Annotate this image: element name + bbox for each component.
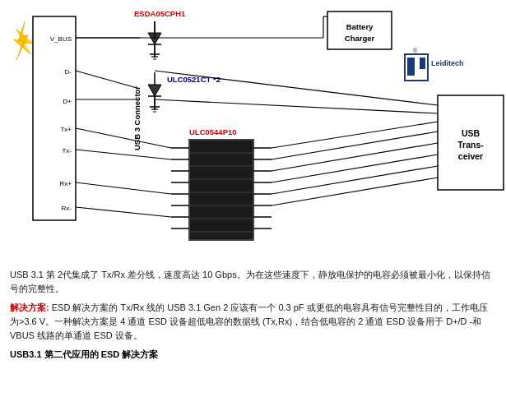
svg-line-62 xyxy=(272,155,438,182)
svg-text:USB: USB xyxy=(462,128,480,138)
diagram-svg: ⚡ USB 3 Connector V_BUS D- D+ Tx+ Tx- Rx… xyxy=(7,7,499,261)
svg-line-61 xyxy=(272,143,438,171)
paragraph-2: 解决方案: ESD 解决方案的 Tx/Rx 线的 USB 3.1 Gen 2 应… xyxy=(10,301,496,343)
svg-rect-30 xyxy=(189,140,253,240)
svg-text:ULC0521CT *2: ULC0521CT *2 xyxy=(167,75,221,84)
svg-line-12 xyxy=(76,71,140,89)
svg-text:®: ® xyxy=(413,48,418,53)
svg-text:Rx-: Rx- xyxy=(62,205,72,212)
svg-text:Tx+: Tx+ xyxy=(60,126,72,133)
paragraph-1: USB 3.1 第 2代集成了 Tx/Rx 差分线，速度高达 10 Gbps。为… xyxy=(10,268,496,296)
para2-text: ESD 解决方案的 Tx/Rx 线的 USB 3.1 Gen 2 应该有一个 0… xyxy=(10,302,488,340)
text-content: USB 3.1 第 2代集成了 Tx/Rx 差分线，速度高达 10 Gbps。为… xyxy=(7,261,499,370)
svg-line-76 xyxy=(155,99,438,113)
paragraph-3: USB3.1 第二代应用的 ESD 解决方案 xyxy=(10,348,496,362)
para3-text: USB3.1 第二代应用的 ESD 解决方案 xyxy=(10,349,158,359)
para2-prefix: 解决方案: xyxy=(10,302,49,312)
svg-rect-2 xyxy=(33,16,76,220)
diagram-area: ⚡ USB 3 Connector V_BUS D- D+ Tx+ Tx- Rx… xyxy=(7,7,499,261)
svg-text:Charger: Charger xyxy=(345,34,375,43)
svg-marker-23 xyxy=(148,85,161,96)
svg-text:Leiditech: Leiditech xyxy=(431,59,464,67)
svg-text:ceiver: ceiver xyxy=(458,151,483,161)
svg-line-63 xyxy=(272,166,438,194)
svg-rect-79 xyxy=(407,58,415,76)
svg-text:D-: D- xyxy=(65,68,72,76)
svg-line-60 xyxy=(272,132,438,159)
para1-text: USB 3.1 第 2代集成了 Tx/Rx 差分线，速度高达 10 Gbps。为… xyxy=(10,270,490,293)
svg-text:Battery: Battery xyxy=(346,22,374,31)
svg-text:Trans-: Trans- xyxy=(457,140,484,150)
svg-line-77 xyxy=(155,71,438,105)
svg-text:ULC0544P10: ULC0544P10 xyxy=(189,127,237,136)
svg-text:D+: D+ xyxy=(63,98,72,105)
svg-text:ESDA05CPH1: ESDA05CPH1 xyxy=(134,9,186,18)
svg-rect-80 xyxy=(420,58,425,69)
svg-line-56 xyxy=(76,150,171,159)
svg-line-57 xyxy=(76,182,171,194)
svg-line-58 xyxy=(76,207,171,217)
svg-line-59 xyxy=(272,122,438,148)
svg-text:Rx+: Rx+ xyxy=(60,180,72,187)
svg-line-55 xyxy=(76,128,171,148)
svg-text:Tx-: Tx- xyxy=(62,147,72,155)
svg-text:V_BUS: V_BUS xyxy=(50,35,72,43)
svg-line-64 xyxy=(272,178,438,205)
